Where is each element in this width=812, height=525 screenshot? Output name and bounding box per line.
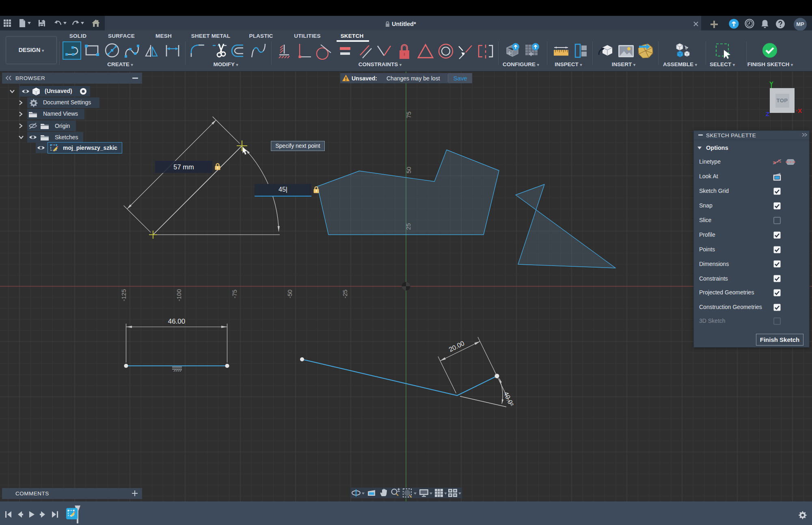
svg-text:50: 50 xyxy=(405,167,412,174)
svg-text:-125: -125 xyxy=(120,289,127,301)
svg-text:-50: -50 xyxy=(286,290,293,298)
svg-text:46.00: 46.00 xyxy=(168,318,186,325)
svg-text:-100: -100 xyxy=(175,289,182,301)
svg-text:-75: -75 xyxy=(231,290,238,298)
svg-text:-25: -25 xyxy=(341,290,348,298)
svg-text:75: 75 xyxy=(405,112,412,119)
